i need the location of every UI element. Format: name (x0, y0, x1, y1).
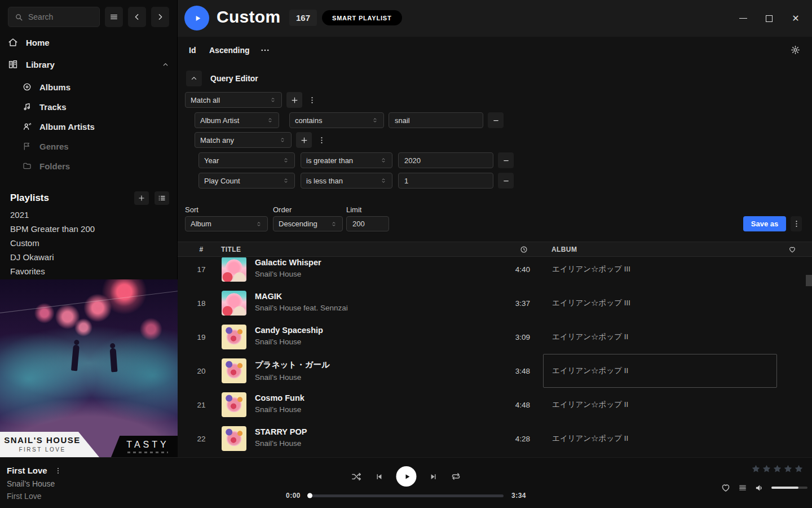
track-title[interactable]: Cosmo Funk (255, 393, 304, 402)
album-art-thumbnail[interactable] (222, 291, 246, 316)
now-playing-artist[interactable]: Snail’s House (7, 479, 62, 488)
rule-value-input[interactable] (389, 112, 483, 128)
sidebar-item-folders[interactable]: Folders (23, 159, 169, 173)
column-header-album[interactable]: ALBUM (551, 242, 577, 256)
track-title[interactable]: Candy Spaceship (255, 326, 323, 335)
album-art-thumbnail[interactable] (222, 257, 246, 282)
search-input[interactable]: Search (8, 7, 100, 27)
playlist-list-options-button[interactable] (155, 191, 169, 205)
track-title[interactable]: MAGIK (255, 292, 348, 301)
album-art-thumbnail[interactable] (222, 426, 246, 451)
sidebar-item-albums[interactable]: Albums (23, 80, 169, 94)
playlist-item[interactable]: Favorites (10, 266, 169, 278)
rule-operator-select[interactable]: contains (289, 112, 384, 128)
save-as-button[interactable]: Save as (743, 216, 786, 231)
remove-group-rule-button[interactable] (498, 152, 514, 168)
remove-rule-button[interactable] (488, 112, 504, 128)
playlist-item[interactable]: 2021 (10, 210, 169, 221)
menu-button[interactable] (105, 7, 123, 27)
window-minimize-button[interactable] (735, 11, 751, 25)
seek-thumb[interactable] (307, 493, 312, 498)
track-album[interactable]: エイリアン☆ポップ III (543, 286, 777, 320)
column-header-favorite[interactable] (788, 242, 796, 256)
play-pause-button[interactable] (396, 466, 417, 487)
sidebar-item-genres[interactable]: Genres (23, 139, 169, 154)
track-artist[interactable]: Snail’s House (255, 338, 323, 346)
rule-group-menu-button[interactable] (307, 92, 317, 108)
table-row[interactable]: 18MAGIKSnail’s House feat. Sennzai3:37エイ… (178, 286, 812, 320)
seek-slider[interactable] (308, 494, 504, 497)
favorite-button[interactable] (721, 483, 731, 493)
playlist-item[interactable]: Custom (10, 238, 169, 249)
add-playlist-button[interactable] (134, 191, 149, 205)
star-icon[interactable] (773, 464, 782, 474)
group-rule-value-input[interactable] (398, 152, 493, 168)
group-rule-value-input[interactable] (398, 173, 493, 189)
forward-button[interactable] (151, 7, 169, 27)
star-icon[interactable] (751, 464, 761, 474)
repeat-button[interactable] (451, 471, 461, 481)
add-rule-button[interactable] (286, 92, 302, 108)
collapse-library-icon[interactable] (162, 61, 169, 68)
group-match-select[interactable]: Match any (195, 132, 292, 148)
column-header-title[interactable]: TITLE (221, 242, 241, 256)
star-icon[interactable] (762, 464, 771, 474)
now-playing-menu-button[interactable] (54, 467, 62, 475)
table-row[interactable]: 22STARRY POPSnail’s House4:28エイリアン☆ポップ I… (178, 422, 812, 456)
table-row[interactable]: 20プラネット・ガールSnail’s House3:48エイリアン☆ポップ II (178, 354, 812, 388)
group-menu-button[interactable] (316, 132, 326, 148)
table-row[interactable]: 19Candy SpaceshipSnail’s House3:09エイリアン☆… (178, 320, 812, 354)
more-options-button[interactable] (260, 45, 270, 55)
album-art-thumbnail[interactable] (222, 325, 246, 349)
album-art-thumbnail[interactable] (222, 358, 246, 383)
track-album[interactable]: エイリアン☆ポップ II (543, 320, 777, 354)
volume-icon[interactable] (754, 483, 764, 493)
track-artist[interactable]: Snail’s House (255, 270, 321, 278)
next-button[interactable] (430, 472, 438, 481)
track-title[interactable]: STARRY POP (255, 427, 307, 436)
scrollbar-thumb[interactable] (806, 275, 812, 286)
playlist-item[interactable]: BPM Greater than 200 (10, 224, 169, 235)
track-artist[interactable]: Snail’s House (255, 439, 307, 448)
save-menu-button[interactable] (791, 216, 802, 231)
sidebar-item-library[interactable]: Library (8, 56, 169, 72)
star-icon[interactable] (783, 464, 793, 474)
shuffle-button[interactable] (351, 471, 362, 482)
queue-button[interactable] (738, 483, 747, 492)
sidebar-item-home[interactable]: Home (8, 34, 169, 50)
group-rule-operator-select[interactable]: is less than (301, 173, 392, 189)
remove-group-rule-button[interactable] (498, 173, 514, 189)
add-group-rule-button[interactable] (296, 132, 312, 148)
limit-input[interactable] (346, 216, 389, 231)
playlist-item[interactable]: DJ Okawari (10, 252, 169, 264)
window-maximize-button[interactable] (761, 11, 777, 25)
sidebar-item-tracks[interactable]: Tracks (23, 99, 169, 114)
gear-icon[interactable] (791, 45, 800, 55)
now-playing-album-art[interactable]: SNAIL'S HOUSE FIRST LOVE TASTY (0, 279, 178, 457)
track-artist[interactable]: Snail’s House (255, 373, 330, 382)
sort-direction-button[interactable]: Ascending (209, 46, 250, 55)
track-album[interactable]: エイリアン☆ポップ II (543, 422, 777, 456)
track-artist[interactable]: Snail’s House feat. Sennzai (255, 304, 348, 312)
sidebar-item-album-artists[interactable]: Album Artists (23, 119, 169, 134)
table-row[interactable]: 21Cosmo FunkSnail’s House4:48エイリアン☆ポップ I… (178, 388, 812, 422)
window-close-button[interactable]: ✕ (788, 11, 804, 25)
track-title[interactable]: プラネット・ガール (255, 360, 330, 370)
order-select[interactable]: Descending (273, 216, 343, 231)
track-album[interactable]: エイリアン☆ポップ III (543, 257, 777, 286)
album-art-thumbnail[interactable] (222, 392, 246, 417)
rule-field-select[interactable]: Album Artist (195, 112, 279, 128)
now-playing-title[interactable]: First Love (7, 466, 47, 475)
previous-button[interactable] (375, 472, 383, 481)
group-rule-field-select[interactable]: Play Count (198, 173, 295, 189)
track-title[interactable]: Galactic Whisper (255, 258, 321, 267)
sort-select[interactable]: Album (185, 216, 268, 231)
sort-field-button[interactable]: Id (189, 46, 196, 55)
column-header-index[interactable]: # (188, 242, 215, 256)
track-album[interactable]: エイリアン☆ポップ II (543, 354, 777, 388)
group-rule-field-select[interactable]: Year (198, 152, 295, 168)
now-playing-album[interactable]: First Love (7, 492, 62, 501)
star-icon[interactable] (794, 464, 804, 474)
group-rule-operator-select[interactable]: is greater than (301, 152, 392, 168)
track-artist[interactable]: Snail’s House (255, 405, 304, 414)
